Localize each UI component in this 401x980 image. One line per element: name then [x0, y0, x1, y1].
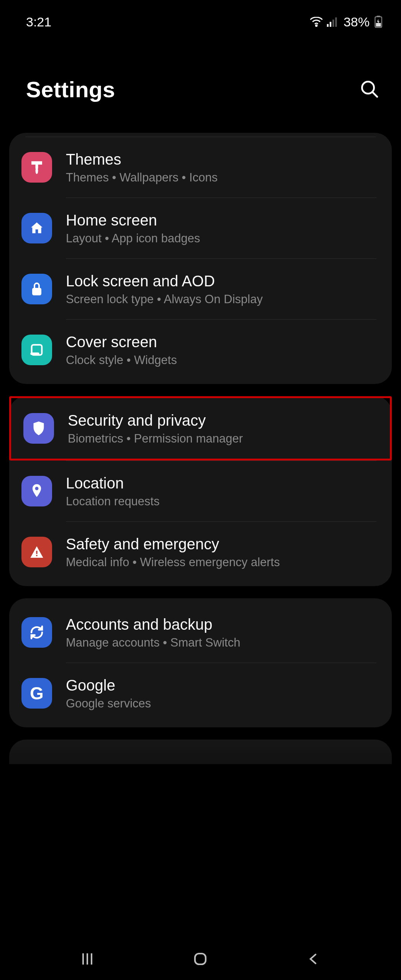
svg-rect-1	[327, 24, 328, 27]
settings-item-title: Lock screen and AOD	[66, 272, 376, 290]
nav-home-button[interactable]	[181, 947, 219, 970]
settings-item-subtitle: Location requests	[66, 495, 376, 508]
settings-item-accounts[interactable]: Accounts and backup Manage accounts • Sm…	[9, 602, 392, 663]
battery-pct: 38%	[344, 15, 370, 29]
settings-group	[9, 740, 392, 764]
svg-rect-18	[195, 954, 206, 964]
status-time: 3:21	[26, 15, 51, 29]
settings-item-text: Home screen Layout • App icon badges	[66, 211, 376, 245]
nav-back-button[interactable]	[295, 947, 333, 970]
location-icon	[21, 476, 52, 506]
settings-item-subtitle: Themes • Wallpapers • Icons	[66, 171, 376, 185]
svg-rect-3	[332, 20, 334, 27]
settings-item-themes[interactable]: Themes Themes • Wallpapers • Icons	[9, 137, 392, 198]
screen-icon	[21, 335, 52, 365]
settings-item-text: Lock screen and AOD Screen lock type • A…	[66, 272, 376, 306]
settings-group: Accounts and backup Manage accounts • Sm…	[9, 598, 392, 727]
battery-icon	[374, 16, 383, 28]
svg-rect-7	[376, 23, 381, 26]
navigation-bar	[0, 938, 401, 980]
home-icon	[21, 213, 52, 243]
settings-item-subtitle: Biometrics • Permission manager	[68, 432, 375, 446]
svg-rect-2	[330, 22, 331, 27]
svg-rect-10	[32, 288, 41, 296]
settings-item-text: Security and privacy Biometrics • Permis…	[68, 411, 375, 446]
page-title: Settings	[26, 77, 115, 102]
shield-icon	[23, 413, 54, 444]
svg-point-0	[316, 25, 317, 26]
settings-item-text: Safety and emergency Medical info • Wire…	[66, 535, 376, 569]
settings-item-google[interactable]: G Google Google services	[9, 663, 392, 724]
nav-recents-button[interactable]	[68, 947, 106, 970]
brush-icon	[21, 152, 52, 183]
settings-item-title: Security and privacy	[68, 411, 375, 430]
settings-group: Security and privacy Biometrics • Permis…	[9, 396, 392, 586]
settings-item-subtitle: Google services	[66, 697, 376, 710]
settings-item-title: Location	[66, 474, 376, 492]
svg-line-9	[373, 92, 377, 96]
settings-item-subtitle: Manage accounts • Smart Switch	[66, 636, 376, 650]
settings-group: Themes Themes • Wallpapers • Icons Home …	[9, 133, 392, 384]
settings-item-text: Accounts and backup Manage accounts • Sm…	[66, 615, 376, 650]
settings-item-subtitle: Medical info • Wireless emergency alerts	[66, 555, 376, 569]
settings-item-text: Themes Themes • Wallpapers • Icons	[66, 150, 376, 185]
settings-item-text: Location Location requests	[66, 474, 376, 508]
warning-icon	[21, 537, 52, 567]
svg-rect-13	[36, 551, 37, 554]
settings-item-location[interactable]: Location Location requests	[9, 461, 392, 521]
settings-item-title: Google	[66, 676, 376, 694]
settings-item-home-screen[interactable]: Home screen Layout • App icon badges	[9, 198, 392, 258]
wifi-icon	[310, 17, 323, 27]
highlight-security: Security and privacy Biometrics • Permis…	[9, 396, 392, 461]
settings-item-subtitle: Clock style • Widgets	[66, 353, 376, 367]
svg-point-12	[35, 487, 39, 490]
settings-item-text: Cover screen Clock style • Widgets	[66, 333, 376, 367]
status-bar: 3:21 38%	[0, 0, 401, 34]
settings-item-title: Themes	[66, 150, 376, 168]
search-button[interactable]	[360, 79, 379, 100]
settings-item-security[interactable]: Security and privacy Biometrics • Permis…	[11, 398, 390, 459]
lock-icon	[21, 274, 52, 304]
settings-item-text: Google Google services	[66, 676, 376, 710]
settings-item-title: Home screen	[66, 211, 376, 229]
header: Settings	[0, 34, 401, 133]
settings-item-title: Safety and emergency	[66, 535, 376, 553]
settings-item-title: Accounts and backup	[66, 615, 376, 634]
settings-item-subtitle: Layout • App icon badges	[66, 232, 376, 245]
svg-rect-14	[36, 555, 37, 556]
svg-rect-4	[335, 17, 337, 27]
settings-item-safety[interactable]: Safety and emergency Medical info • Wire…	[9, 522, 392, 582]
signal-icon	[327, 17, 338, 27]
settings-item-subtitle: Screen lock type • Always On Display	[66, 292, 376, 306]
settings-item-cover-screen[interactable]: Cover screen Clock style • Widgets	[9, 320, 392, 380]
settings-item-title: Cover screen	[66, 333, 376, 351]
status-right: 38%	[310, 15, 383, 29]
google-icon: G	[21, 678, 52, 709]
settings-item-lock-screen[interactable]: Lock screen and AOD Screen lock type • A…	[9, 259, 392, 319]
settings-list: Themes Themes • Wallpapers • Icons Home …	[0, 133, 401, 764]
sync-icon	[21, 617, 52, 648]
